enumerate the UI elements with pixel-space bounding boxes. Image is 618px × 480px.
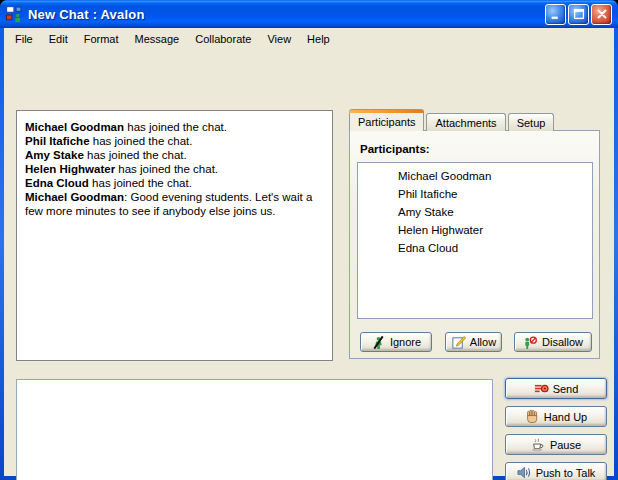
coffee-cup-icon	[531, 437, 546, 452]
menu-item-edit[interactable]: Edit	[41, 30, 76, 48]
participant-name: Phil Itafiche	[398, 188, 457, 200]
chat-message: Amy Stake has joined the chat.	[25, 148, 324, 162]
message-input[interactable]	[17, 380, 492, 480]
tab-setup[interactable]: Setup	[508, 113, 555, 131]
chat-message: Edna Cloud has joined the chat.	[25, 176, 324, 190]
compose-area	[16, 379, 493, 480]
chat-sender: Helen Highwater	[25, 163, 115, 175]
push-to-talk-button[interactable]: Push to Talk	[505, 462, 607, 480]
chat-sender: Phil Itafiche	[25, 135, 90, 147]
tab-label: Setup	[517, 117, 546, 129]
close-button[interactable]	[591, 4, 612, 25]
chat-message: Helen Highwater has joined the chat.	[25, 162, 324, 176]
chat-sender: Michael Goodman	[25, 121, 124, 133]
chat-text: has joined the chat.	[124, 121, 227, 133]
chat-text: has joined the chat.	[89, 177, 192, 189]
participant-actions: Ignore Allow	[360, 332, 592, 352]
button-label: Ignore	[390, 336, 421, 348]
maximize-button[interactable]	[568, 4, 589, 25]
participant-name: Michael Goodman	[398, 170, 491, 182]
participant-name: Edna Cloud	[398, 242, 458, 254]
window-controls	[545, 4, 612, 25]
window-content: Michael Goodman has joined the chat. Phi…	[4, 49, 614, 476]
participant-row[interactable]: Amy Stake	[358, 203, 592, 221]
participant-row[interactable]: Edna Cloud	[358, 239, 592, 257]
participant-row[interactable]: Phil Itafiche	[358, 185, 592, 203]
menu-item-file[interactable]: File	[7, 30, 41, 48]
hand-up-button[interactable]: Hand Up	[505, 406, 607, 427]
close-icon	[595, 7, 609, 21]
menu-item-message[interactable]: Message	[127, 30, 188, 48]
window-title: New Chat : Avalon	[28, 7, 545, 22]
chat-sender: Michael Goodman	[25, 191, 124, 203]
speaker-icon	[517, 465, 532, 480]
button-label: Hand Up	[544, 411, 587, 423]
chat-log[interactable]: Michael Goodman has joined the chat. Phi…	[16, 110, 333, 361]
tab-label: Attachments	[435, 117, 496, 129]
participant-name: Helen Highwater	[398, 224, 483, 236]
chat-people-icon	[6, 6, 23, 23]
title-bar[interactable]: New Chat : Avalon	[0, 0, 618, 28]
button-label: Send	[553, 383, 579, 395]
minimize-icon	[549, 7, 563, 21]
tab-attachments[interactable]: Attachments	[426, 113, 505, 131]
button-label: Disallow	[542, 336, 583, 348]
send-icon	[534, 381, 549, 396]
participant-row[interactable]: Michael Goodman	[358, 167, 592, 185]
ignore-button[interactable]: Ignore	[360, 332, 432, 352]
chat-sender: Amy Stake	[25, 149, 84, 161]
chat-text: has joined the chat.	[90, 135, 193, 147]
chat-sender: Edna Cloud	[25, 177, 89, 189]
minimize-button[interactable]	[545, 4, 566, 25]
participant-row[interactable]: Helen Highwater	[358, 221, 592, 239]
participants-panel: Participants: Michael Goodman Phil Itafi…	[349, 130, 600, 359]
menu-item-collaborate[interactable]: Collaborate	[187, 30, 259, 48]
pause-button[interactable]: Pause	[505, 434, 607, 455]
allow-button[interactable]: Allow	[445, 332, 502, 352]
chat-text: has joined the chat.	[115, 163, 218, 175]
disallow-button[interactable]: Disallow	[514, 332, 592, 352]
participant-name: Amy Stake	[398, 206, 454, 218]
allow-icon	[451, 335, 466, 350]
button-label: Push to Talk	[536, 467, 596, 479]
tab-participants[interactable]: Participants	[349, 109, 424, 131]
menu-bar: File Edit Format Message Collaborate Vie…	[4, 28, 614, 49]
chat-message: Michael Goodman has joined the chat.	[25, 120, 324, 134]
tab-label: Participants	[358, 116, 415, 128]
send-button[interactable]: Send	[505, 378, 607, 399]
button-label: Allow	[470, 336, 496, 348]
menu-item-format[interactable]: Format	[76, 30, 127, 48]
maximize-icon	[572, 7, 586, 21]
hand-icon	[525, 409, 540, 424]
app-window: New Chat : Avalon File Edit Format Messa…	[0, 0, 618, 480]
participants-list[interactable]: Michael Goodman Phil Itafiche Amy Stake …	[357, 162, 593, 319]
menu-item-view[interactable]: View	[259, 30, 299, 48]
tab-strip: Participants Attachments Setup	[349, 109, 554, 131]
chat-message: Phil Itafiche has joined the chat.	[25, 134, 324, 148]
disallow-icon	[523, 335, 538, 350]
participants-label: Participants:	[360, 143, 430, 155]
chat-text: has joined the chat.	[84, 149, 187, 161]
chat-message: Michael Goodman: Good evening students. …	[25, 190, 324, 218]
action-buttons: Send Hand Up	[505, 378, 607, 480]
button-label: Pause	[550, 439, 581, 451]
menu-item-help[interactable]: Help	[299, 30, 338, 48]
ignore-icon	[371, 335, 386, 350]
